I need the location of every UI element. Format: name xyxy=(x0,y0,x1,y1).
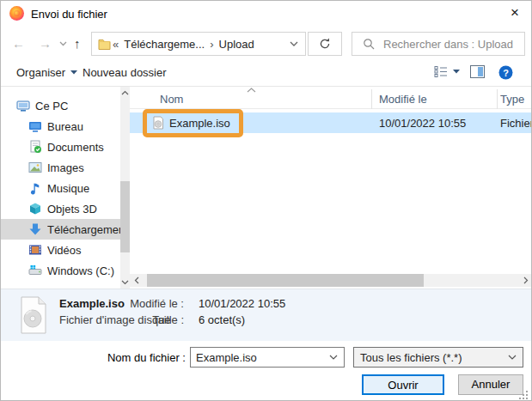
file-type-filter-select[interactable]: Tous les fichiers (*.*) xyxy=(353,347,523,368)
help-button[interactable]: ? xyxy=(498,65,513,80)
scroll-down-icon[interactable] xyxy=(121,280,129,285)
back-icon[interactable]: ← xyxy=(12,35,25,52)
cancel-button[interactable]: Annuler xyxy=(458,374,523,395)
organize-label: Organiser xyxy=(16,66,65,79)
desktop-icon xyxy=(28,119,42,133)
sidebar-item-objets-3d[interactable]: Objets 3D xyxy=(1,198,120,219)
download-icon xyxy=(28,222,42,236)
command-toolbar: Organiser Nouveau dossier ? xyxy=(1,59,531,87)
sidebar-item-windows-c[interactable]: Windows (C:) xyxy=(1,260,120,281)
list-horizontal-scrollbar[interactable] xyxy=(130,274,532,287)
sidebar-item-telechargements[interactable]: Téléchargements xyxy=(1,219,120,240)
pc-icon xyxy=(16,99,30,112)
search-input[interactable]: Rechercher dans : Upload xyxy=(352,32,525,56)
file-modified: 10/01/2022 10:55 xyxy=(379,117,466,130)
address-bar[interactable]: « Téléchargeme... › Upload xyxy=(91,32,306,56)
footer: Nom du fichier : Example.iso Tous les fi… xyxy=(1,341,531,401)
sidebar-item-label: Bureau xyxy=(47,120,83,133)
filter-value: Tous les fichiers (*.*) xyxy=(360,351,462,364)
scrollbar-thumb[interactable] xyxy=(120,181,130,252)
sidebar-item-bureau[interactable]: Bureau xyxy=(1,116,120,137)
iso-file-icon xyxy=(151,116,165,130)
scroll-up-icon[interactable] xyxy=(121,90,129,95)
firefox-icon xyxy=(9,6,24,21)
file-upload-dialog: Envoi du fichier × ← → ↑ « Téléchargeme.… xyxy=(0,0,532,401)
help-icon: ? xyxy=(498,65,513,80)
window-title: Envoi du fichier xyxy=(31,8,107,21)
scrollbar-thumb[interactable] xyxy=(147,274,424,287)
preview-pane-button[interactable] xyxy=(470,65,485,78)
sidebar-item-documents[interactable]: Documents xyxy=(1,137,120,157)
details-modified-value: 10/01/2022 10:55 xyxy=(199,297,285,310)
details-pane: Example.iso Fichier d'image disque Modif… xyxy=(1,289,531,341)
sidebar-item-label: Musique xyxy=(47,182,89,195)
folder-icon xyxy=(98,38,111,50)
music-icon xyxy=(28,181,42,195)
filename-label: Nom du fichier : xyxy=(87,351,186,364)
filename-value: Example.iso xyxy=(196,351,257,364)
organize-button[interactable]: Organiser xyxy=(16,66,77,79)
close-button[interactable]: × xyxy=(502,1,528,25)
filter-dropdown-icon xyxy=(508,355,517,360)
view-mode-button[interactable] xyxy=(434,65,460,78)
video-icon xyxy=(28,243,42,257)
details-size-value: 6 octet(s) xyxy=(199,313,245,326)
filename-dropdown-icon[interactable] xyxy=(329,355,338,360)
sidebar-item-images[interactable]: Images xyxy=(1,157,120,178)
column-header-modifie[interactable]: Modifié le xyxy=(379,93,427,106)
column-header-nom[interactable]: Nom xyxy=(160,93,183,106)
details-size-label: Taille : xyxy=(121,313,184,326)
refresh-button[interactable] xyxy=(308,32,342,56)
sidebar-item-label: Documents xyxy=(47,141,104,154)
file-list: Nom Modifié le Type Example.iso 10/01/20… xyxy=(130,87,532,289)
new-folder-button[interactable]: Nouveau dossier xyxy=(83,66,167,79)
breadcrumb-current[interactable]: Upload xyxy=(216,38,258,51)
sidebar: Ce PC Bureau Documents Images Musique xyxy=(1,87,120,289)
sidebar-item-label: Ce PC xyxy=(35,100,68,112)
file-row-example-iso[interactable]: Example.iso 10/01/2022 10:55 Fichier d'i… xyxy=(130,112,532,133)
images-icon xyxy=(28,161,42,174)
documents-icon xyxy=(28,140,42,154)
preview-pane-icon xyxy=(470,65,485,78)
search-placeholder: Rechercher dans : Upload xyxy=(383,38,513,51)
titlebar: Envoi du fichier × xyxy=(1,1,531,27)
file-name: Example.iso xyxy=(169,117,230,130)
forward-icon[interactable]: → xyxy=(39,35,52,52)
resize-grip[interactable] xyxy=(518,390,529,400)
sidebar-item-musique[interactable]: Musique xyxy=(1,178,120,198)
search-icon xyxy=(363,38,375,50)
scroll-right-icon[interactable] xyxy=(523,276,529,284)
up-icon[interactable]: ↑ xyxy=(74,35,81,52)
breadcrumb-separator: › xyxy=(208,38,215,51)
column-header-type[interactable]: Type xyxy=(500,93,524,106)
file-type: Fichier d'image disque xyxy=(500,117,532,130)
sidebar-item-videos[interactable]: Vidéos xyxy=(1,240,120,260)
scroll-left-icon[interactable] xyxy=(134,276,139,284)
new-folder-label: Nouveau dossier xyxy=(83,66,167,79)
sidebar-item-ce-pc[interactable]: Ce PC xyxy=(1,95,120,116)
cube-icon xyxy=(28,202,42,216)
sidebar-scrollbar[interactable] xyxy=(120,87,130,289)
sidebar-item-label: Images xyxy=(47,161,84,174)
view-mode-chevron-icon xyxy=(453,70,460,74)
breadcrumb-parent[interactable]: Téléchargeme... xyxy=(120,38,208,51)
drive-icon xyxy=(28,264,42,277)
sidebar-item-label: Téléchargements xyxy=(47,223,120,236)
column-divider[interactable] xyxy=(371,89,372,109)
organize-chevron-icon xyxy=(70,70,77,75)
svg-text:?: ? xyxy=(503,68,509,78)
iso-file-large-icon xyxy=(18,296,49,334)
details-modified-label: Modifié le : xyxy=(121,297,184,310)
history-chevron-icon[interactable] xyxy=(59,41,67,46)
list-header: Nom Modifié le Type xyxy=(130,89,532,109)
navigation-bar: ← → ↑ « Téléchargeme... › Upload xyxy=(1,28,531,59)
column-divider[interactable] xyxy=(497,89,498,109)
breadcrumb-collapse[interactable]: « xyxy=(111,38,120,51)
sidebar-item-label: Vidéos xyxy=(47,244,82,257)
refresh-icon xyxy=(318,37,332,51)
filename-input[interactable]: Example.iso xyxy=(190,347,345,368)
sidebar-item-label: Objets 3D xyxy=(47,203,97,216)
address-dropdown-icon[interactable] xyxy=(290,41,298,46)
open-button[interactable]: Ouvrir xyxy=(362,374,444,395)
details-file-name: Example.iso xyxy=(59,297,125,310)
